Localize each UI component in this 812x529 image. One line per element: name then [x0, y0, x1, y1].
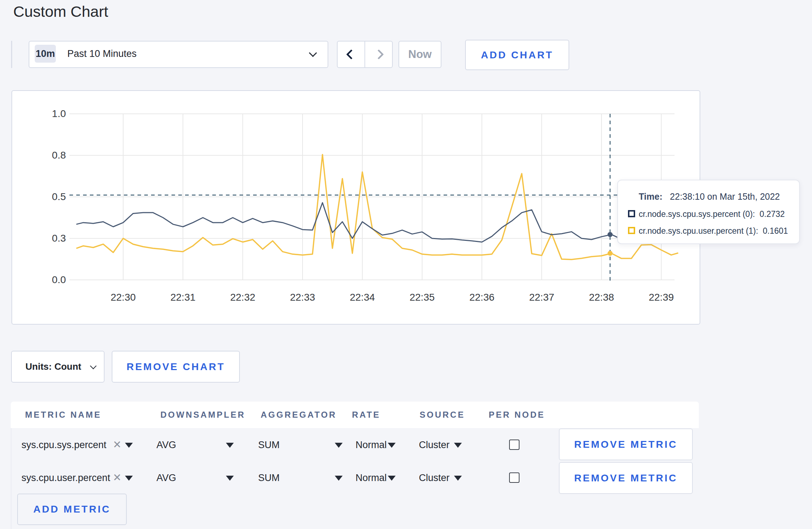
svg-text:22:35: 22:35	[410, 292, 435, 303]
svg-text:1.0: 1.0	[52, 108, 66, 119]
svg-text:22:31: 22:31	[170, 292, 195, 303]
svg-text:22:38: 22:38	[589, 292, 614, 303]
svg-text:22:33: 22:33	[290, 292, 315, 303]
svg-text:22:36: 22:36	[469, 292, 494, 303]
svg-text:22:32: 22:32	[230, 292, 255, 303]
svg-text:0.5: 0.5	[52, 191, 66, 202]
svg-text:22:34: 22:34	[350, 292, 375, 303]
svg-text:22:39: 22:39	[649, 292, 674, 303]
svg-text:22:37: 22:37	[529, 292, 554, 303]
svg-text:22:30: 22:30	[111, 292, 136, 303]
svg-text:0.8: 0.8	[52, 150, 66, 161]
svg-text:0.3: 0.3	[52, 233, 66, 244]
svg-text:0.0: 0.0	[52, 274, 66, 285]
